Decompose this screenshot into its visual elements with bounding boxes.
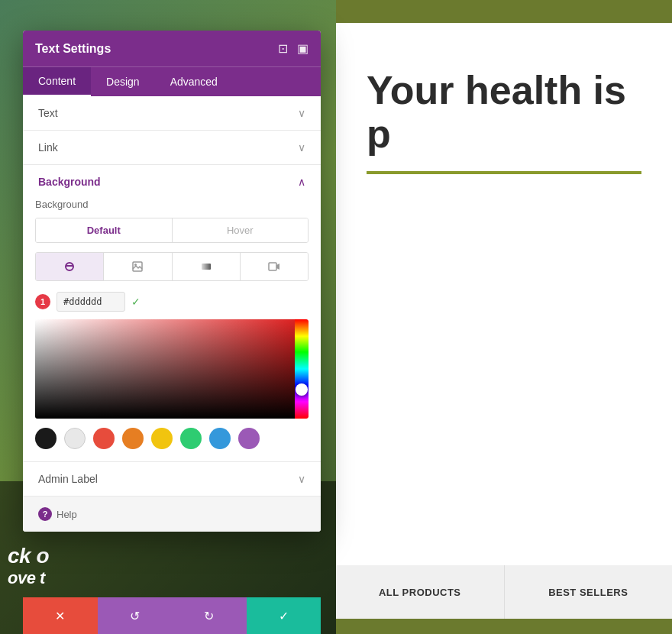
divider-line (367, 171, 641, 174)
admin-label-chevron: ∨ (298, 473, 305, 485)
color-gradient-dark (35, 319, 295, 419)
watermark-text: ck o ove t (8, 544, 49, 588)
swatch-green[interactable] (180, 428, 202, 449)
color-input-row: 1 ✓ (35, 292, 309, 312)
color-picker[interactable] (35, 319, 309, 419)
panel-header: Text Settings ⊡ ▣ (23, 31, 321, 66)
split-icon[interactable]: ▣ (297, 41, 309, 56)
help-icon: ? (38, 507, 52, 521)
background-section-header[interactable]: Background ∧ (23, 165, 321, 199)
top-bar (336, 0, 672, 23)
panel-title: Text Settings (35, 42, 111, 56)
svg-rect-3 (269, 263, 276, 270)
left-panel: ck o ove t Text Settings ⊡ ▣ Content Des… (0, 0, 336, 634)
admin-label-section[interactable]: Admin Label ∨ (23, 462, 321, 497)
color-check: ✓ (131, 296, 141, 308)
link-chevron: ∨ (298, 141, 305, 154)
slider-thumb[interactable] (296, 383, 308, 396)
swatch-orange[interactable] (122, 428, 144, 449)
color-slider-bar[interactable] (295, 319, 309, 419)
bg-type-image[interactable] (104, 253, 172, 280)
color-number-badge: 1 (35, 294, 50, 309)
link-section[interactable]: Link ∨ (23, 131, 321, 165)
nav-all-products[interactable]: ALL PRODUCTS (336, 565, 505, 619)
color-icon (63, 260, 76, 273)
reset-button[interactable]: ↺ (98, 597, 173, 634)
color-swatches (35, 428, 309, 449)
background-chevron: ∧ (298, 176, 305, 188)
admin-label-text: Admin Label (38, 473, 98, 485)
tab-content[interactable]: Content (23, 67, 91, 96)
gradient-icon (200, 260, 212, 273)
right-panel: Your health is p ALL PRODUCTS BEST SELLE… (336, 0, 672, 634)
background-section: Background ∧ Background Default Hover (23, 165, 321, 462)
text-label: Text (38, 107, 58, 119)
tab-advanced[interactable]: Advanced (155, 67, 233, 96)
swatch-red[interactable] (93, 428, 115, 449)
nav-best-sellers[interactable]: BEST SELLERS (505, 565, 673, 619)
swatch-black[interactable] (35, 428, 57, 449)
action-bar: ✕ ↺ ↻ ✓ (23, 597, 321, 634)
swatch-purple[interactable] (238, 428, 260, 449)
settings-panel: Text Settings ⊡ ▣ Content Design Advance… (23, 31, 321, 532)
background-sub-label: Background (35, 199, 309, 210)
hero-title: Your health is p (367, 69, 641, 156)
bg-type-video[interactable] (241, 253, 308, 280)
panel-tabs: Content Design Advanced (23, 66, 321, 96)
video-icon (268, 260, 280, 273)
background-title: Background (38, 176, 101, 188)
color-gradient[interactable] (35, 319, 295, 419)
bottom-nav: ALL PRODUCTS BEST SELLERS (336, 565, 672, 619)
help-button[interactable]: ? Help (38, 507, 305, 521)
bg-type-gradient[interactable] (173, 253, 241, 280)
panel-body: Text ∨ Link ∨ Background ∧ Background De (23, 96, 321, 532)
cancel-button[interactable]: ✕ (23, 597, 98, 634)
bg-type-row (35, 252, 309, 281)
color-hex-input[interactable] (57, 292, 125, 312)
swatch-blue[interactable] (209, 428, 231, 449)
tab-design[interactable]: Design (91, 67, 155, 96)
image-icon (131, 260, 144, 273)
swatch-white[interactable] (64, 428, 86, 449)
swatch-yellow[interactable] (151, 428, 173, 449)
confirm-button[interactable]: ✓ (247, 597, 321, 634)
help-label: Help (57, 509, 77, 520)
right-content: Your health is p (336, 23, 672, 565)
state-tabs: Default Hover (35, 218, 309, 243)
text-chevron: ∨ (298, 107, 305, 119)
bg-type-color[interactable] (36, 253, 104, 280)
help-row: ? Help (23, 497, 321, 532)
text-section[interactable]: Text ∨ (23, 96, 321, 131)
svg-rect-2 (202, 264, 211, 270)
link-label: Link (38, 141, 58, 154)
redo-button[interactable]: ↻ (172, 597, 247, 634)
state-tab-default[interactable]: Default (36, 218, 172, 242)
header-icons: ⊡ ▣ (278, 41, 309, 56)
state-tab-hover[interactable]: Hover (172, 218, 309, 242)
fullscreen-icon[interactable]: ⊡ (278, 41, 288, 56)
background-content: Background Default Hover (23, 199, 321, 461)
bottom-bar (336, 619, 672, 634)
